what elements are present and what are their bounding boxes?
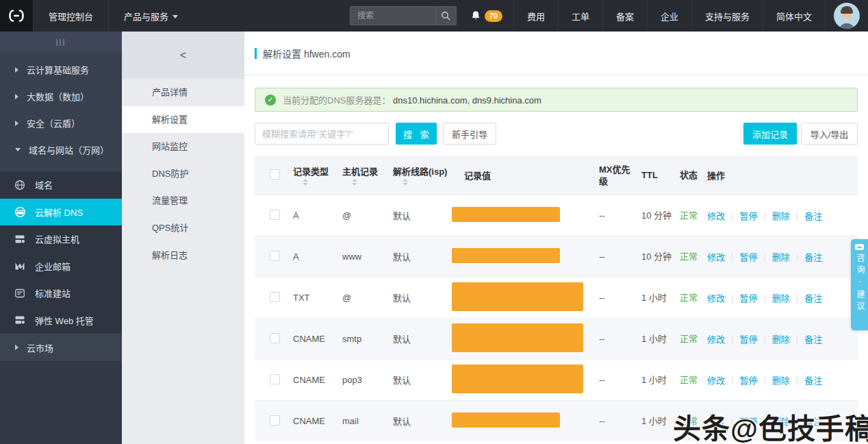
sidebar-group-label: 安全（云盾） xyxy=(27,116,80,130)
banner-label: 当前分配的DNS服务器是： xyxy=(283,95,390,106)
action-delete[interactable]: 删除 xyxy=(772,250,790,263)
row-checkbox[interactable] xyxy=(270,292,280,302)
action-remark[interactable]: 备注 xyxy=(804,373,822,386)
action-pause[interactable]: 暂停 xyxy=(739,209,757,222)
status-cell: 正常 xyxy=(680,210,707,221)
sidebar-item[interactable]: 云虚拟主机 xyxy=(0,225,122,253)
select-all-checkbox[interactable] xyxy=(270,169,280,180)
submenu-collapse-button[interactable]: < xyxy=(122,32,244,79)
mx-priority-cell: -- xyxy=(599,251,641,262)
website-icon xyxy=(14,287,26,299)
beginner-guide-button[interactable]: 新手引导 xyxy=(443,123,496,145)
record-type-cell: A xyxy=(293,210,342,221)
sidebar-group[interactable]: 大数据（数加） xyxy=(0,83,122,110)
host-record-cell: smtp xyxy=(342,334,393,344)
add-record-button[interactable]: 添加记录 xyxy=(743,123,797,145)
import-export-button[interactable]: 导入/导出 xyxy=(801,123,858,145)
submenu-item[interactable]: 流量管理 xyxy=(122,187,244,214)
page-header: 解析设置 hfwen.com xyxy=(244,32,868,75)
submenu-item[interactable]: 解析设置 xyxy=(122,106,244,134)
action-separator: | xyxy=(731,251,733,262)
sidebar-collapse-toggle[interactable]: ||| xyxy=(0,32,122,52)
console-home-link[interactable]: 管理控制台 xyxy=(33,0,108,32)
row-checkbox[interactable] xyxy=(270,415,280,426)
action-pause[interactable]: 暂停 xyxy=(739,332,757,345)
row-checkbox[interactable] xyxy=(270,210,280,220)
sidebar-item[interactable]: 弹性 Web 托管 xyxy=(0,307,122,334)
submenu-item[interactable]: DNS防护 xyxy=(122,160,244,188)
navbar-item[interactable]: 费用 xyxy=(513,0,558,32)
sidebar-group[interactable]: 域名与网站（万网） xyxy=(0,136,122,163)
sidebar-item-label: 云解析 DNS xyxy=(35,206,83,219)
submenu-item[interactable]: 产品详情 xyxy=(122,79,244,106)
server-icon xyxy=(14,233,26,245)
status-cell: 正常 xyxy=(680,292,707,304)
row-checkbox[interactable] xyxy=(270,333,280,343)
sidebar-item-label: 云虚拟主机 xyxy=(35,232,79,245)
global-search-input[interactable] xyxy=(350,7,435,25)
action-delete[interactable]: 删除 xyxy=(772,209,790,222)
sort-host-record[interactable] xyxy=(352,179,357,186)
top-navbar: 管理控制台 产品与服务 70 费用工单备案企业支持与服务简体中文 xyxy=(0,0,868,32)
host-record-cell: pop3 xyxy=(342,375,393,385)
action-pause[interactable]: 暂停 xyxy=(739,373,757,386)
action-modify[interactable]: 修改 xyxy=(707,332,725,345)
header-record-value: 记录值 xyxy=(464,171,491,181)
submenu-item[interactable]: QPS统计 xyxy=(122,214,244,242)
dns-submenu: < 产品详情解析设置网站监控DNS防护流量管理QPS统计解析日志 xyxy=(122,32,244,444)
navbar-item[interactable]: 工单 xyxy=(558,0,602,32)
navbar-item[interactable]: 备案 xyxy=(602,0,647,32)
sidebar-item[interactable]: 云解析 DNS xyxy=(0,199,122,226)
sidebar-item-label: 企业邮箱 xyxy=(35,260,71,273)
action-delete[interactable]: 删除 xyxy=(772,332,790,345)
action-remark[interactable]: 备注 xyxy=(804,332,822,345)
sidebar-item[interactable]: 标准建站 xyxy=(0,280,122,307)
user-avatar-button[interactable] xyxy=(825,0,868,32)
sort-record-type[interactable] xyxy=(303,179,308,186)
action-modify[interactable]: 修改 xyxy=(707,250,725,263)
navbar-item[interactable]: 简体中文 xyxy=(763,0,825,32)
alibaba-cloud-logo-icon[interactable] xyxy=(0,0,33,32)
notifications-button[interactable]: 70 xyxy=(468,0,513,32)
navbar-item[interactable]: 企业 xyxy=(647,0,691,32)
avatar xyxy=(834,3,860,29)
caret-right-icon xyxy=(15,345,18,350)
search-icon[interactable] xyxy=(435,7,456,25)
fuzzy-search-input[interactable] xyxy=(255,123,389,145)
mx-priority-cell: -- xyxy=(599,210,641,221)
action-delete[interactable]: 删除 xyxy=(772,291,790,304)
sidebar-group[interactable]: 云计算基础服务 xyxy=(0,56,122,83)
record-type-cell: TXT xyxy=(293,293,342,303)
action-pause[interactable]: 暂停 xyxy=(739,250,757,263)
action-pause[interactable]: 暂停 xyxy=(739,291,757,304)
row-checkbox[interactable] xyxy=(270,374,280,384)
sidebar-group[interactable]: 安全（云盾） xyxy=(0,110,122,136)
sidebar-group[interactable]: 云市场 xyxy=(0,334,122,361)
ttl-cell: 1 小时 xyxy=(641,333,680,345)
products-services-menu[interactable]: 产品与服务 xyxy=(108,0,193,32)
search-button[interactable]: 搜 索 xyxy=(396,123,437,145)
product-sidebar: ||| 云计算基础服务大数据（数加）安全（云盾）域名与网站（万网） 域名云解析 … xyxy=(0,32,122,444)
sort-line[interactable] xyxy=(403,179,408,186)
action-separator: | xyxy=(763,375,765,385)
dns-server-banner: ✓ 当前分配的DNS服务器是： dns10.hichina.com, dns9.… xyxy=(255,88,858,112)
sidebar-item[interactable]: 域名 xyxy=(0,171,122,199)
action-delete[interactable]: 删除 xyxy=(772,373,790,386)
action-remark[interactable]: 备注 xyxy=(804,291,822,304)
submenu-item[interactable]: 解析日志 xyxy=(122,242,244,269)
navbar-item[interactable]: 支持与服务 xyxy=(691,0,763,32)
mx-priority-cell: -- xyxy=(599,334,641,344)
action-remark[interactable]: 备注 xyxy=(804,209,822,222)
action-modify[interactable]: 修改 xyxy=(707,291,725,304)
sidebar-item[interactable]: 企业邮箱 xyxy=(0,253,122,280)
action-modify[interactable]: 修改 xyxy=(707,209,725,222)
submenu-item[interactable]: 网站监控 xyxy=(122,133,244,160)
host-record-cell: mail xyxy=(342,416,393,426)
caret-right-icon xyxy=(15,94,18,99)
ttl-cell: 1 小时 xyxy=(641,374,680,386)
action-modify[interactable]: 修改 xyxy=(707,373,725,386)
feedback-tab[interactable]: 咨询·建议 xyxy=(851,239,868,330)
sidebar-group-label: 云计算基础服务 xyxy=(27,63,89,76)
action-remark[interactable]: 备注 xyxy=(804,250,822,263)
row-checkbox[interactable] xyxy=(270,251,280,261)
